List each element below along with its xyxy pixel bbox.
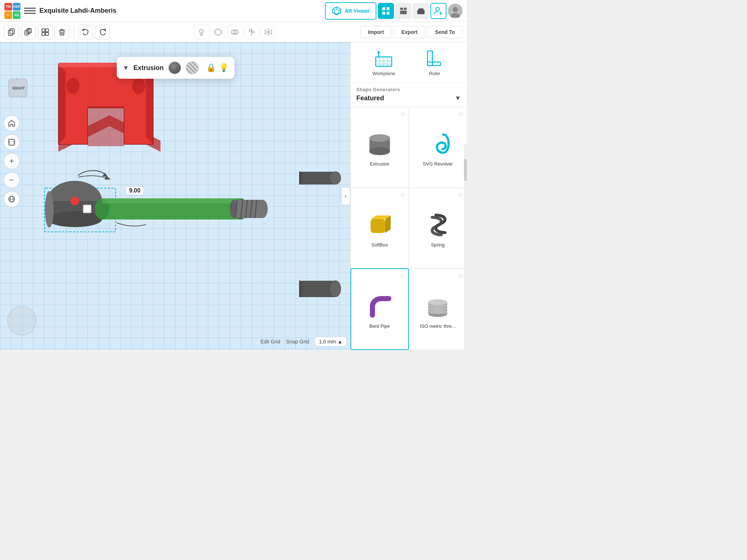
ar-viewer-button[interactable]: AR Viewer [325,2,376,20]
export-button[interactable]: Export [394,26,425,38]
bolt-assembly-object [44,166,281,239]
light-popup-icon[interactable]: 💡 [219,63,229,73]
snap-grid-chevron: ▲ [337,339,342,345]
star-iso-metric-button[interactable]: ☆ [458,272,464,280]
user-avatar[interactable] [448,4,462,18]
svg-rect-27 [42,32,45,35]
zoom-in-icon: + [9,156,14,166]
dimension-label: 9.00 [126,186,144,195]
duplicate-button[interactable] [21,25,36,39]
viewport[interactable]: RIGHT ↑ + − [0,42,350,350]
svg-point-80 [330,280,341,297]
grid-view-button[interactable] [378,3,394,19]
scrollbar-track [464,144,467,350]
snap-grid-selector[interactable]: 1.0 mm ▲ [315,337,347,346]
union-tool-button[interactable] [228,25,242,39]
svg-text:RIGHT: RIGHT [12,86,25,90]
star-spring-button[interactable]: ☆ [458,191,464,199]
svg-rect-13 [418,8,423,11]
color-hole-button[interactable] [186,61,199,74]
3d-view-button[interactable] [4,191,20,207]
design-view-button[interactable] [395,3,411,19]
popup-collapse-arrow[interactable]: ▼ [123,64,129,72]
snap-grid-value: 1.0 mm [319,339,336,345]
svg-rect-20 [8,30,13,35]
shape-item-iso-metric[interactable]: ☆ ISO metric thre... [409,268,467,350]
shape-item-spring[interactable]: ☆ Spring [409,188,467,269]
project-title: Exquisite Lahdi-Amberis [39,7,321,15]
zoom-out-button[interactable]: − [4,172,20,188]
nav-cube[interactable]: RIGHT ↑ [5,71,34,101]
svg-rect-34 [249,30,251,32]
ruler-icon [425,48,445,69]
iso-metric-shape-label: ISO metric thre... [420,323,456,329]
svg-rect-7 [382,12,385,15]
edit-grid-button[interactable]: Edit Grid [260,339,280,345]
ar-viewer-label: AR Viewer [345,8,370,14]
svg-text:↑: ↑ [16,77,18,81]
shape-item-svg-revolver[interactable]: ☆ SVG Revolver [409,107,467,188]
shape-item-softbox[interactable]: ☆ SoftBox [351,188,409,269]
svg-rect-25 [42,29,45,32]
home-view-button[interactable] [4,115,20,131]
svg-point-29 [200,30,203,33]
color-solid-button[interactable] [168,61,181,74]
svg-point-58 [47,211,102,227]
logo-tin: TIN [4,3,12,11]
svg-marker-30 [215,29,221,35]
right-panel: Workplane [350,42,467,350]
copy-button[interactable] [4,25,19,39]
avatar-icon [449,4,462,18]
ruler-label: Ruler [429,71,440,76]
add-user-button[interactable] [430,3,446,19]
tinkercad-logo[interactable]: TIN KER C AD [4,3,20,19]
3d-icon [8,195,16,203]
union-icon [231,28,239,36]
grid-icon [382,7,390,15]
nav-cube-svg: RIGHT ↑ [5,71,34,101]
duplicate-icon [24,28,33,36]
star-svg-revolver-button[interactable]: ☆ [458,110,464,118]
panel-collapse-button[interactable]: › [341,187,350,205]
blocks-view-button[interactable] [413,3,429,19]
fit-view-button[interactable] [4,134,20,150]
star-softbox-button[interactable]: ☆ [400,191,406,199]
undo-icon [81,28,90,36]
left-tools: + − [4,115,20,207]
align-tool-button[interactable] [244,25,259,39]
mirror-tool-button[interactable] [261,25,276,39]
delete-button[interactable] [55,25,69,39]
send-to-button[interactable]: Send To [427,26,462,38]
undo-button[interactable] [78,25,93,39]
light-tool-button[interactable] [194,25,209,39]
dimension-value: 9.00 [129,187,140,194]
shape-item-extrusion[interactable]: ☆ Extrusion [351,107,409,188]
svg-marker-1 [334,9,339,14]
svg-point-14 [436,7,440,11]
svg-point-74 [258,200,268,218]
star-bent-pipe-button[interactable]: ☆ [399,272,405,280]
mirror-icon [264,28,273,36]
featured-label: Featured [356,94,384,102]
svg-rect-92 [427,62,441,66]
lock-icon[interactable]: 🔒 [206,63,216,73]
import-button[interactable]: Import [360,26,392,38]
svg-rect-8 [387,12,390,15]
redo-icon [98,28,107,36]
path-tool-button[interactable] [211,25,225,39]
shape-item-bent-pipe[interactable]: ☆ Bent Pipe [351,268,409,350]
ruler-tool[interactable]: Ruler [425,48,445,76]
group-button[interactable] [38,25,53,39]
scrollbar-thumb[interactable] [464,159,467,181]
zoom-in-button[interactable]: + [4,153,20,169]
logo-cad: AD [13,11,20,19]
hamburger-menu[interactable] [24,5,36,17]
main-layout: RIGHT ↑ + − [0,42,467,350]
redo-button[interactable] [95,25,110,39]
workplane-tool[interactable]: Workplane [372,48,395,76]
featured-dropdown[interactable]: Featured ▼ [356,94,461,102]
svg-rect-35 [252,31,254,33]
star-extrusion-button[interactable]: ☆ [400,110,406,118]
shape-generators-title: Shape Generators [356,87,461,92]
shapes-grid: ☆ Extrusion ☆ [351,107,467,350]
